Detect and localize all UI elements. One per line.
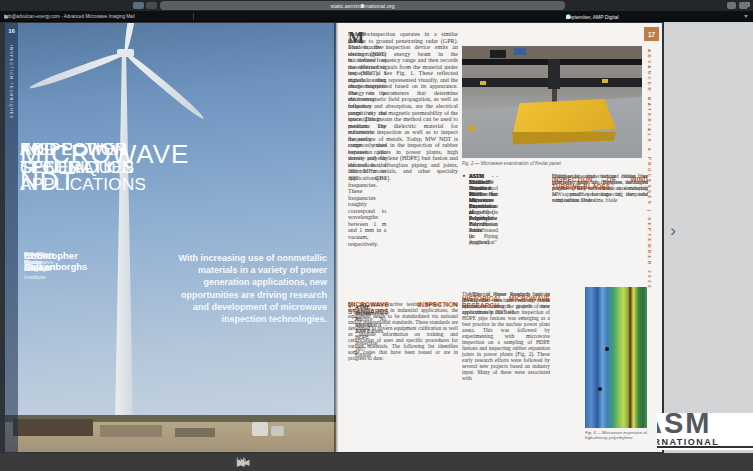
body-paragraph: The Electric Power Research Institute (E… <box>462 291 550 381</box>
title-line: AND SPECIALTY APPLICATIONS <box>20 141 146 194</box>
background-building <box>175 428 215 437</box>
figure-2-photo <box>462 46 642 158</box>
browser-nav-button-a[interactable] <box>133 2 144 9</box>
scan-defect-spot <box>598 387 602 391</box>
yellow-marker <box>602 79 608 83</box>
tab-separator <box>193 13 194 20</box>
window-button-b[interactable] <box>739 2 748 9</box>
figure-3-caption: Fig. 3 — Microwave inspection of high-de… <box>585 431 647 441</box>
browser-nav-button-b[interactable] <box>146 2 157 9</box>
list-item: ASME Section V Article on Microwave Insp… <box>469 173 494 215</box>
page-number-left: 16 <box>5 28 18 34</box>
yellow-marker <box>480 81 486 85</box>
pull-quote: With increasing use of nonmetallic mater… <box>175 252 327 325</box>
page-gutter-shadow <box>334 23 338 452</box>
next-page-arrow[interactable]: › <box>664 220 682 242</box>
logo-text-asm: ASM <box>657 413 711 440</box>
tab-label: bob@advulcan-energy.com - Advanced Micro… <box>4 14 135 19</box>
clamp <box>490 50 506 58</box>
browser-tab-strip: bob@advulcan-energy.com - Advanced Micro… <box>0 11 753 22</box>
magazine-left-page: 16 INSPECTION TECHNIQUES MICROWAVE NDT I… <box>5 23 336 452</box>
viewer-toolbar: ▤ ▦ ✉ < ↓ ↑ ◀) ✚ ○ ▏◀ ◀ ▶ ▶▏ <box>0 453 753 471</box>
last-page-icon[interactable]: ▶▏ <box>237 458 249 467</box>
journal-edge-label: ADVANCED MATERIALS & PROCESSES | SEPTEMB… <box>647 49 652 290</box>
tab-mail[interactable]: bob@advulcan-energy.com - Advanced Micro… <box>4 11 190 22</box>
turbine-blade <box>28 50 126 91</box>
article-column-2: ASTM E2101-18 "Standard Practice for Mic… <box>462 173 550 291</box>
background-building <box>100 425 162 437</box>
window-button-a[interactable] <box>727 2 736 9</box>
storage-tank <box>271 426 284 436</box>
equipment-shelf <box>462 46 642 59</box>
figure-2-caption: Fig. 2 — Microwave examination of Kevlar… <box>462 161 642 166</box>
section-edge-label: INSPECTION TECHNIQUES <box>9 45 13 119</box>
magazine-right-page: Microwave (MW) nondestructive testing (N… <box>336 23 662 452</box>
tab-amp-digital[interactable]: September, AMP Digital <box>566 11 738 22</box>
article-column-1: Microwave (MW) nondestructive testing (N… <box>348 31 458 299</box>
app-root: static.asminternational.org bob@advulcan… <box>0 0 753 471</box>
page-number-right: 17 <box>644 27 659 41</box>
url-text: static.asminternational.org <box>330 3 394 9</box>
list-item: ASME Section XI Appendix XXVI - HDPE Ins… <box>355 304 377 358</box>
body-paragraph: MW inspection operates in a similar fash… <box>348 31 458 182</box>
tab-label: September, AMP Digital <box>566 14 619 20</box>
wind-turbine-tower <box>111 53 137 445</box>
figure-3-scan-image <box>585 287 647 428</box>
logo-rule <box>657 446 753 448</box>
turbine-blade <box>123 50 206 121</box>
storage-tank <box>252 422 268 436</box>
scanner-head <box>548 59 560 89</box>
body-paragraph: Utility-scale wind turbine blades are pr… <box>552 173 648 203</box>
chevron-down-icon[interactable] <box>744 15 748 18</box>
article-column-2-lower: Many of these standards are in developme… <box>462 291 550 452</box>
article-column-1-lower: MICROWAVE INSPECTION STANDARDS For any n… <box>348 301 458 447</box>
address-bar[interactable]: static.asminternational.org <box>160 1 565 10</box>
article-column-3: fiberglass pipe inspection and carbon fi… <box>552 173 648 285</box>
blue-fixture <box>514 48 526 55</box>
background-building <box>13 419 93 436</box>
author-location: Baton Rouge, Louisiana <box>24 250 51 273</box>
turbine-nacelle <box>117 49 134 57</box>
asm-international-logo: ASM INTERNATIONAL <box>657 413 753 450</box>
browser-top-bar: static.asminternational.org <box>0 0 753 11</box>
scan-defect-spot <box>605 347 609 351</box>
